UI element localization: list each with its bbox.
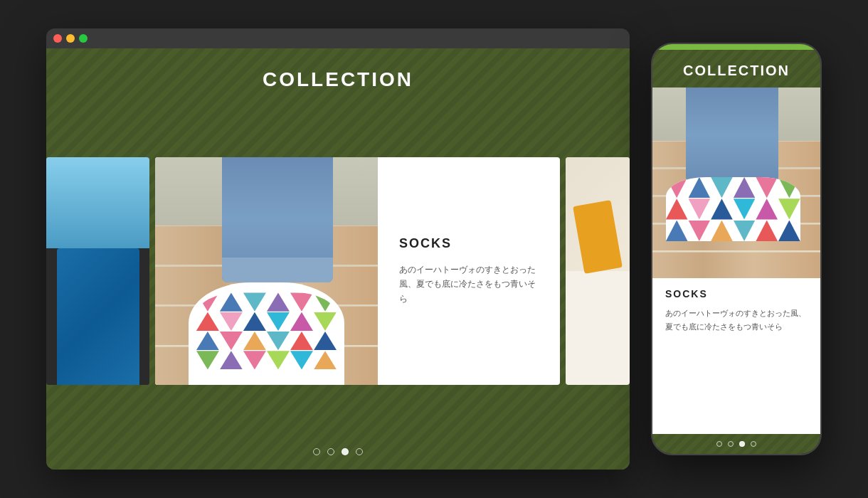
jacket-image <box>46 157 149 385</box>
sock-pattern <box>196 292 337 369</box>
desktop-dot-1[interactable] <box>327 448 334 455</box>
sock-white <box>189 282 344 385</box>
phone-socks-scene <box>652 88 820 278</box>
phone-slider-image <box>652 88 820 278</box>
phone-collection-title: COLLECTION <box>683 63 790 79</box>
phone-top-bar <box>652 44 820 50</box>
scene: COLLECTION <box>0 0 868 498</box>
phone-slider-text: SOCKS あのイーハトーヴォのすきとおった風、夏でも底に冷たさをもつ青いそら <box>652 278 820 434</box>
phone-dot-0[interactable] <box>716 441 722 447</box>
desktop-collection-title: COLLECTION <box>263 68 413 91</box>
desktop-slider-text: SOCKS あのイーハトーヴォのすきとおった風、夏でも底に冷たさをもつ青いそら <box>378 157 560 385</box>
jeans-cuff <box>222 258 333 282</box>
desktop-main-slider: SOCKS あのイーハトーヴォのすきとおった風、夏でも底に冷たさをもつ青いそら <box>155 157 560 385</box>
desktop-dot-indicators <box>313 448 363 455</box>
phone-content: COLLECTION <box>652 50 820 454</box>
socks-scene <box>155 157 378 385</box>
phone-jeans-leg <box>686 88 778 183</box>
desktop-product-name: SOCKS <box>399 236 452 251</box>
desktop-content: COLLECTION <box>46 48 630 470</box>
desktop-partial-left <box>46 157 149 385</box>
phone-inner: COLLECTION <box>652 50 820 454</box>
traffic-light-minimize[interactable] <box>66 34 75 43</box>
phone-product-name: SOCKS <box>665 288 808 300</box>
phone-slider: SOCKS あのイーハトーヴォのすきとおった風、夏でも底に冷たさをもつ青いそら <box>652 88 820 434</box>
phone-sock-body <box>666 177 800 269</box>
phone-dot-indicators <box>716 434 756 454</box>
phone-product-description: あのイーハトーヴォのすきとおった風、夏でも底に冷たさをもつ青いそら <box>665 307 808 333</box>
desktop-partial-right <box>566 157 630 385</box>
phone-dot-3[interactable] <box>751 441 756 447</box>
phone-sock-pattern <box>666 177 800 241</box>
traffic-light-maximize[interactable] <box>79 34 88 43</box>
sock-body <box>189 282 344 385</box>
desktop-inner: COLLECTION <box>46 48 630 470</box>
desktop-dot-0[interactable] <box>313 448 320 455</box>
phone-mockup: COLLECTION <box>651 43 822 455</box>
traffic-light-close[interactable] <box>53 34 62 43</box>
jeans-leg <box>222 157 333 282</box>
desktop-dot-3[interactable] <box>356 448 363 455</box>
desktop-mockup: COLLECTION <box>46 28 630 470</box>
desktop-slider-image <box>155 157 378 385</box>
desktop-dot-2[interactable] <box>342 448 349 455</box>
desktop-titlebar <box>46 28 630 48</box>
desktop-carousel[interactable]: SOCKS あのイーハトーヴォのすきとおった風、夏でも底に冷たさをもつ青いそら <box>46 105 630 437</box>
desktop-product-description: あのイーハトーヴォのすきとおった風、夏でも底に冷たさをもつ青いそら <box>399 263 539 306</box>
phone-dot-1[interactable] <box>728 441 734 447</box>
phone-dot-2[interactable] <box>739 441 745 447</box>
